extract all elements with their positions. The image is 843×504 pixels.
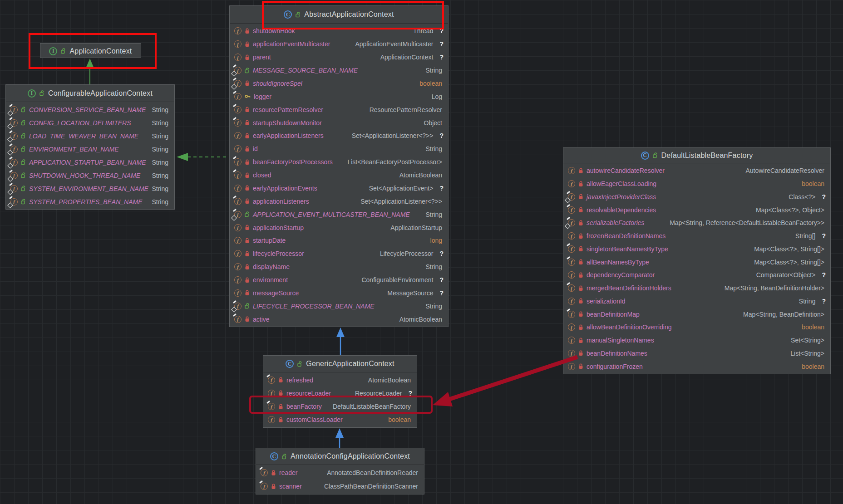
class-icon: C — [270, 452, 278, 460]
field-row-beanDefinitionMap[interactable]: fbeanDefinitionMapMap<String, BeanDefini… — [563, 308, 830, 321]
field-row-manualSingletonNames[interactable]: fmanualSingletonNamesSet<String> — [563, 334, 830, 347]
field-row-applicationEventMulticaster[interactable]: fapplicationEventMulticasterApplicationE… — [230, 38, 448, 51]
field-row-ENVIRONMENT_BEAN_NAME[interactable]: fENVIRONMENT_BEAN_NAMEString — [6, 142, 174, 156]
nullable-marker: ? — [439, 27, 444, 34]
class-node-default-listable-bean-factory[interactable]: CDefaultListableBeanFactoryfautowireCand… — [563, 147, 831, 374]
field-row-resolvableDependencies[interactable]: fresolvableDependenciesMap<Class<?>, Obj… — [563, 203, 830, 216]
field-icon: f — [268, 416, 275, 423]
private-lock-icon — [578, 285, 583, 291]
field-name: serializableFactories — [587, 219, 645, 226]
private-lock-icon — [245, 225, 250, 230]
public-lock-icon — [21, 133, 26, 139]
field-type: String — [152, 119, 170, 127]
private-lock-icon — [245, 277, 250, 283]
field-row-parent[interactable]: fparentApplicationContext? — [230, 51, 448, 64]
class-node-application-context[interactable]: IApplicationContext — [40, 43, 141, 58]
field-name: applicationEventMulticaster — [253, 40, 330, 48]
nullable-marker: ? — [439, 289, 444, 297]
class-node-annotation-config-application-context[interactable]: CAnnotationConfigApplicationContextfread… — [256, 448, 424, 494]
field-name: id — [253, 145, 258, 152]
field-name: configurationFrozen — [587, 363, 643, 370]
field-row-SYSTEM_ENVIRONMENT_BEAN_NAME[interactable]: fSYSTEM_ENVIRONMENT_BEAN_NAMEString — [6, 182, 174, 195]
public-lock-icon — [653, 152, 658, 158]
class-node-configurable-application-context[interactable]: IConfigurableApplicationContextfCONVERSI… — [5, 84, 175, 210]
field-row-startupDate[interactable]: fstartupDatelong — [230, 234, 448, 247]
private-lock-icon — [271, 470, 276, 476]
field-icon: f — [568, 167, 575, 174]
field-icon: f — [568, 350, 575, 357]
interface-icon: I — [49, 47, 57, 55]
field-row-applicationListeners[interactable]: fapplicationListenersSet<ApplicationList… — [230, 195, 448, 208]
class-header[interactable]: CAbstractApplicationContext — [230, 6, 448, 24]
field-row-allowEagerClassLoading[interactable]: fallowEagerClassLoadingboolean — [563, 177, 830, 191]
field-row-environment[interactable]: fenvironmentConfigurableEnvironment? — [230, 274, 448, 287]
field-row-LIFECYCLE_PROCESSOR_BEAN_NAME[interactable]: fLIFECYCLE_PROCESSOR_BEAN_NAMEString — [230, 299, 448, 313]
field-row-SHUTDOWN_HOOK_THREAD_NAME[interactable]: fSHUTDOWN_HOOK_THREAD_NAMEString — [6, 169, 174, 182]
field-row-shouldIgnoreSpel[interactable]: fshouldIgnoreSpelboolean — [230, 77, 448, 90]
class-header[interactable]: IConfigurableApplicationContext — [6, 85, 174, 102]
field-type: ApplicationEventMulticaster — [355, 40, 434, 48]
field-name: applicationListeners — [253, 198, 309, 205]
field-name: allBeanNamesByType — [587, 259, 649, 266]
extends-arrow-generic-to-abstract[interactable] — [336, 328, 345, 355]
field-row-earlyApplicationEvents[interactable]: fearlyApplicationEventsSet<ApplicationEv… — [230, 182, 448, 195]
class-node-generic-application-context[interactable]: CGenericApplicationContextfrefreshedAtom… — [263, 355, 417, 428]
field-row-customClassLoader[interactable]: fcustomClassLoaderboolean — [263, 413, 417, 426]
field-row-earlyApplicationListeners[interactable]: fearlyApplicationListenersSet<Applicatio… — [230, 129, 448, 142]
field-row-refreshed[interactable]: frefreshedAtomicBoolean — [263, 373, 417, 387]
field-row-singletonBeanNamesByType[interactable]: fsingletonBeanNamesByTypeMap<Class<?>, S… — [563, 243, 830, 256]
private-lock-icon — [245, 107, 250, 113]
field-icon: f — [234, 263, 242, 270]
field-row-resourceLoader[interactable]: fresourceLoaderResourceLoader? — [263, 387, 417, 400]
field-row-reader[interactable]: freaderAnnotatedBeanDefinitionReader — [256, 466, 424, 480]
field-row-beanFactory[interactable]: fbeanFactoryDefaultListableBeanFactory — [263, 400, 417, 413]
field-row-id[interactable]: fidString — [230, 142, 448, 156]
field-row-closed[interactable]: fclosedAtomicBoolean — [230, 169, 448, 182]
field-row-allowBeanDefinitionOverriding[interactable]: fallowBeanDefinitionOverridingboolean — [563, 321, 830, 334]
class-icon: C — [284, 10, 292, 19]
field-row-mergedBeanDefinitionHolders[interactable]: fmergedBeanDefinitionHoldersMap<String, … — [563, 282, 830, 295]
class-header[interactable]: IApplicationContext — [40, 44, 141, 59]
field-row-startupShutdownMonitor[interactable]: fstartupShutdownMonitorObject — [230, 116, 448, 129]
field-row-autowireCandidateResolver[interactable]: fautowireCandidateResolverAutowireCandid… — [563, 164, 830, 177]
field-row-beanFactoryPostProcessors[interactable]: fbeanFactoryPostProcessorsList<BeanFacto… — [230, 156, 448, 169]
field-row-shutdownHook[interactable]: fshutdownHookThread? — [230, 24, 448, 38]
field-row-scanner[interactable]: fscannerClassPathBeanDefinitionScanner — [256, 480, 424, 493]
field-row-LOAD_TIME_WEAVER_BEAN_NAME[interactable]: fLOAD_TIME_WEAVER_BEAN_NAMEString — [6, 129, 174, 142]
field-row-javaxInjectProviderClass[interactable]: fjavaxInjectProviderClassClass<?>? — [563, 191, 830, 204]
extends-arrow-annotationconfig-to-generic[interactable] — [335, 428, 344, 448]
field-row-MESSAGE_SOURCE_BEAN_NAME[interactable]: fMESSAGE_SOURCE_BEAN_NAMEString — [230, 64, 448, 77]
field-row-resourcePatternResolver[interactable]: fresourcePatternResolverResourcePatternR… — [230, 103, 448, 116]
field-type: Log — [432, 93, 444, 100]
field-row-CONFIG_LOCATION_DELIMITERS[interactable]: fCONFIG_LOCATION_DELIMITERSString — [6, 116, 174, 129]
field-row-beanDefinitionNames[interactable]: fbeanDefinitionNamesList<String> — [563, 347, 830, 360]
field-row-messageSource[interactable]: fmessageSourceMessageSource? — [230, 287, 448, 300]
class-header[interactable]: CAnnotationConfigApplicationContext — [256, 448, 424, 465]
field-row-frozenBeanDefinitionNames[interactable]: ffrozenBeanDefinitionNamesString[]? — [563, 230, 830, 243]
fields-list: freaderAnnotatedBeanDefinitionReaderfsca… — [256, 465, 424, 494]
field-row-dependencyComparator[interactable]: fdependencyComparatorComparator<Object>? — [563, 269, 830, 282]
private-lock-icon — [578, 272, 583, 278]
class-header[interactable]: CGenericApplicationContext — [263, 356, 417, 372]
field-row-logger[interactable]: floggerLog — [230, 90, 448, 103]
field-row-serializableFactories[interactable]: fserializableFactoriesMap<String, Refere… — [563, 216, 830, 230]
class-header[interactable]: CDefaultListableBeanFactory — [563, 148, 830, 163]
field-row-active[interactable]: factiveAtomicBoolean — [230, 313, 448, 326]
field-row-SYSTEM_PROPERTIES_BEAN_NAME[interactable]: fSYSTEM_PROPERTIES_BEAN_NAMEString — [6, 195, 174, 208]
class-node-abstract-application-context[interactable]: CAbstractApplicationContextfshutdownHook… — [229, 5, 449, 327]
extends-arrow-configurable-to-applicationcontext[interactable] — [86, 59, 94, 84]
field-type: Map<Class<?>, String[]> — [754, 245, 826, 253]
field-row-serializationId[interactable]: fserializationIdString? — [563, 295, 830, 308]
field-row-allBeanNamesByType[interactable]: fallBeanNamesByTypeMap<Class<?>, String[… — [563, 255, 830, 269]
field-row-APPLICATION_EVENT_MULTICASTER_BEAN_NAME[interactable]: fAPPLICATION_EVENT_MULTICASTER_BEAN_NAME… — [230, 208, 448, 221]
field-name: ENVIRONMENT_BEAN_NAME — [29, 146, 119, 153]
field-icon: f — [568, 284, 575, 292]
field-icon: f — [234, 198, 242, 205]
field-row-applicationStartup[interactable]: fapplicationStartupApplicationStartup — [230, 221, 448, 234]
field-row-displayName[interactable]: fdisplayNameString — [230, 260, 448, 274]
field-row-APPLICATION_STARTUP_BEAN_NAME[interactable]: fAPPLICATION_STARTUP_BEAN_NAMEString — [6, 156, 174, 169]
field-row-CONVERSION_SERVICE_BEAN_NAME[interactable]: fCONVERSION_SERVICE_BEAN_NAMEString — [6, 103, 174, 116]
field-row-lifecycleProcessor[interactable]: flifecycleProcessorLifecycleProcessor? — [230, 247, 448, 260]
implements-arrow-abstract-to-configurable[interactable] — [177, 153, 229, 161]
field-row-configurationFrozen[interactable]: fconfigurationFrozenboolean — [563, 360, 830, 373]
